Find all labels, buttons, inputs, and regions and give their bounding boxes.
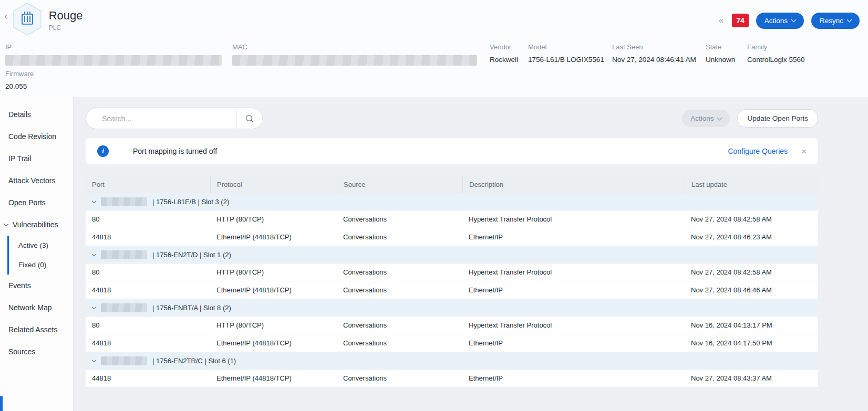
- table-row[interactable]: 44818Ethernet/IP (44818/TCP)Conversation…: [86, 281, 818, 299]
- resync-button-label: Resync: [820, 17, 843, 25]
- title-block: Rouge PLC: [49, 9, 83, 31]
- column-header-source[interactable]: Source: [337, 176, 462, 193]
- table-row[interactable]: 44818Ethernet/IP (44818/TCP)Conversation…: [86, 334, 818, 352]
- header-actions: « 74 Actions Resync: [719, 13, 860, 29]
- table-cell: Nov 16, 2024 04:13:17 PM: [685, 317, 818, 334]
- port-group-row[interactable]: | 1756-EN2TR/C | Slot 6 (1): [86, 352, 818, 370]
- collapse-panel-icon[interactable]: «: [719, 15, 724, 26]
- table-body: | 1756-L81E/B | Slot 3 (2)80HTTP (80/TCP…: [86, 193, 818, 387]
- search-input[interactable]: [86, 108, 236, 129]
- table-cell: Nov 16, 2024 04:17:50 PM: [685, 334, 818, 352]
- asset-header: ‹ Rouge PLC « 74: [0, 0, 868, 97]
- sidebar-item-open-ports[interactable]: Open Ports: [0, 192, 73, 214]
- chevron-down-icon: [717, 115, 722, 120]
- chevron-down-icon: [92, 251, 96, 256]
- port-group-row[interactable]: | 1756-EN2T/D | Slot 1 (2): [86, 246, 818, 264]
- table-cell: Ethernet/IP (44818/TCP): [210, 370, 337, 387]
- column-header-description[interactable]: Description: [462, 176, 685, 193]
- update-open-ports-button[interactable]: Update Open Ports: [737, 109, 818, 128]
- sidebar-item-related-assets[interactable]: Related Assets: [0, 319, 73, 341]
- sidebar-item-sources[interactable]: Sources: [0, 341, 73, 363]
- ports-toolbar: Actions Update Open Ports: [86, 108, 818, 129]
- table-row[interactable]: 44818Ethernet/IP (44818/TCP)Conversation…: [86, 370, 818, 387]
- open-ports-table: Port Protocol Source Description Last up…: [86, 176, 818, 387]
- table-cell: Nov 27, 2024 08:46:46 AM: [685, 281, 818, 299]
- meta-vendor-label: Vendor: [490, 43, 528, 51]
- meta-ip-label: IP: [5, 43, 232, 51]
- column-header-port[interactable]: Port: [86, 176, 210, 193]
- table-row[interactable]: 80HTTP (80/TCP)ConversationsHypertext Tr…: [86, 210, 818, 228]
- table-cell: 44818: [86, 281, 210, 299]
- meta-mac: MAC: [232, 43, 490, 66]
- sidebar-item-vuln-fixed[interactable]: Fixed (0): [18, 255, 73, 275]
- table-cell: Hypertext Transfer Protocol: [462, 264, 685, 281]
- meta-ip: IP: [5, 43, 232, 66]
- table-cell: 80: [86, 264, 210, 281]
- close-icon[interactable]: ×: [801, 147, 807, 156]
- table-cell: Ethernet/IP: [462, 370, 685, 387]
- meta-firmware-value: 20.055: [5, 82, 860, 90]
- alert-count-badge[interactable]: 74: [732, 14, 749, 27]
- group-label: | 1756-EN2TR/C | Slot 6 (1): [152, 357, 236, 365]
- meta-mac-label: MAC: [232, 43, 490, 51]
- plc-asset-icon: [12, 2, 43, 39]
- search-button[interactable]: [236, 108, 262, 129]
- sidebar-item-attack-vectors[interactable]: Attack Vectors: [0, 170, 73, 192]
- meta-state: State Unknown: [706, 43, 747, 66]
- redacted-mac-value: [232, 55, 477, 66]
- sidebar-item-code-revision[interactable]: Code Revision: [0, 125, 73, 147]
- table-row[interactable]: 44818Ethernet/IP (44818/TCP)Conversation…: [86, 228, 818, 246]
- table-row[interactable]: 80HTTP (80/TCP)ConversationsHypertext Tr…: [86, 264, 818, 281]
- meta-family: Family ControlLogix 5560: [747, 43, 805, 66]
- group-label: | 1756-EN2T/D | Slot 1 (2): [152, 251, 231, 259]
- sidebar-item-details[interactable]: Details: [0, 103, 73, 125]
- chevron-down-icon: [92, 357, 96, 362]
- table-cell: HTTP (80/TCP): [210, 210, 337, 228]
- column-header-protocol[interactable]: Protocol: [210, 176, 337, 193]
- table-cell: Ethernet/IP (44818/TCP): [210, 334, 337, 352]
- open-ports-content: Actions Update Open Ports i Port mapping…: [74, 97, 868, 411]
- table-cell: Conversations: [337, 210, 462, 228]
- table-cell: 44818: [86, 370, 210, 387]
- meta-family-value: ControlLogix 5560: [747, 56, 805, 64]
- table-cell: Ethernet/IP: [462, 334, 685, 352]
- table-cell: HTTP (80/TCP): [210, 264, 337, 281]
- resync-button[interactable]: Resync: [811, 13, 860, 29]
- table-cell: Conversations: [337, 334, 462, 352]
- meta-last-seen-label: Last Seen: [612, 43, 706, 51]
- table-cell: Conversations: [337, 228, 462, 246]
- sidebar-item-ip-trail[interactable]: IP Trail: [0, 147, 73, 170]
- asset-type-label: PLC: [49, 24, 83, 31]
- table-cell: 44818: [86, 228, 210, 246]
- sidebar-item-network-map[interactable]: Network Map: [0, 297, 73, 319]
- redacted-ip-value: [101, 197, 147, 206]
- table-cell: HTTP (80/TCP): [210, 317, 337, 334]
- app: ‹ Rouge PLC « 74: [0, 0, 868, 411]
- meta-vendor-value: Rockwell: [490, 56, 528, 64]
- table-cell: Hypertext Transfer Protocol: [462, 210, 685, 228]
- back-chevron-icon[interactable]: ‹: [4, 10, 8, 21]
- meta-model: Model 1756-L61/B LOGIX5561: [528, 43, 612, 66]
- sidebar-item-vulnerabilities[interactable]: Vulnerabilities: [0, 214, 73, 236]
- column-header-last-update[interactable]: Last update: [685, 176, 812, 193]
- meta-firmware-label: Firmware: [5, 70, 860, 78]
- table-actions-button[interactable]: Actions: [682, 110, 730, 127]
- configure-queries-link[interactable]: Configure Queries: [728, 147, 788, 155]
- port-group-row[interactable]: | 1756-ENBT/A | Slot 8 (2): [86, 299, 818, 317]
- table-cell: Nov 27, 2024 08:42:58 AM: [685, 264, 818, 281]
- table-row[interactable]: 80HTTP (80/TCP)ConversationsHypertext Tr…: [86, 317, 818, 334]
- table-cell: Ethernet/IP: [462, 281, 685, 299]
- sidebar-item-vuln-active[interactable]: Active (3): [18, 236, 73, 255]
- table-cell: Nov 27, 2024 08:42:58 AM: [685, 210, 818, 228]
- port-group-row[interactable]: | 1756-L81E/B | Slot 3 (2): [86, 193, 818, 210]
- sidebar-item-events[interactable]: Events: [0, 275, 73, 297]
- sidebar-scroll-indicator[interactable]: [0, 396, 3, 411]
- meta-family-label: Family: [747, 43, 805, 51]
- table-cell: Nov 27, 2024 08:46:23 AM: [685, 228, 818, 246]
- chevron-down-icon: [4, 222, 8, 226]
- actions-button[interactable]: Actions: [756, 13, 804, 29]
- meta-vendor: Vendor Rockwell: [490, 43, 528, 66]
- sidebar: Details Code Revision IP Trail Attack Ve…: [0, 97, 74, 411]
- redacted-ip-value: [101, 356, 147, 365]
- info-icon: i: [97, 145, 109, 157]
